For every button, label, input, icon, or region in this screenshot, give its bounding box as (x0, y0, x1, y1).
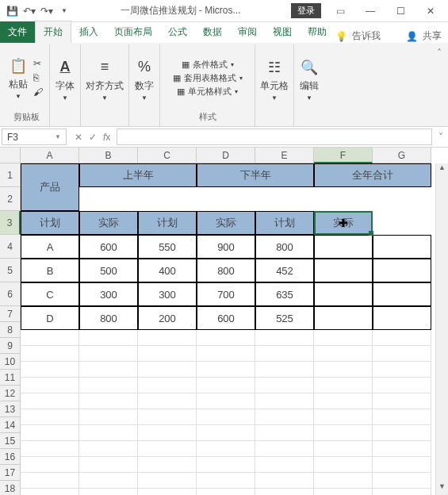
cell[interactable] (373, 259, 431, 282)
copy-icon[interactable]: ⎘ (33, 72, 44, 83)
cell[interactable] (79, 425, 138, 441)
row-header-2[interactable]: 2 (0, 187, 21, 211)
cell[interactable]: 800 (255, 235, 314, 259)
cell[interactable]: 550 (138, 235, 197, 259)
row-header-13[interactable]: 13 (0, 401, 21, 417)
cell[interactable] (314, 362, 373, 378)
redo-icon[interactable]: ↷▾ (41, 6, 52, 17)
cell[interactable]: 全年合计 (314, 163, 431, 187)
cell[interactable] (79, 409, 138, 425)
cell[interactable] (255, 425, 314, 441)
cell[interactable] (373, 306, 431, 330)
cell[interactable] (79, 378, 138, 393)
cell[interactable] (197, 346, 255, 362)
column-header-A[interactable]: A (21, 148, 79, 163)
cell[interactable] (255, 346, 314, 362)
cell[interactable] (314, 235, 373, 259)
scroll-down-icon[interactable]: ▼ (436, 482, 448, 495)
cell[interactable] (138, 393, 197, 409)
cell[interactable] (197, 457, 255, 473)
cell[interactable] (373, 473, 431, 489)
cell[interactable] (197, 489, 255, 495)
cell[interactable] (314, 441, 373, 457)
enter-formula-icon[interactable]: ✓ (89, 132, 97, 143)
cell[interactable]: 452 (255, 259, 314, 282)
cell[interactable] (197, 409, 255, 425)
tab-review[interactable]: 审阅 (230, 21, 265, 43)
fx-icon[interactable]: fx (103, 132, 110, 143)
cell[interactable] (138, 330, 197, 346)
row-header-15[interactable]: 15 (0, 433, 21, 449)
cell[interactable]: 600 (197, 306, 255, 330)
font-button[interactable]: A 字体 ▼ (55, 57, 75, 102)
cell[interactable] (138, 378, 197, 393)
cell[interactable]: 实际 (197, 211, 255, 235)
tab-insert[interactable]: 插入 (71, 21, 106, 43)
column-header-D[interactable]: D (197, 148, 255, 163)
row-header-5[interactable]: 5 (0, 259, 21, 282)
cell[interactable] (79, 393, 138, 409)
spreadsheet-grid[interactable]: ABCDEFG 123456789101112131415161718 产品上半… (0, 148, 448, 495)
row-header-9[interactable]: 9 (0, 338, 21, 354)
tab-home[interactable]: 开始 (35, 21, 71, 43)
cell[interactable]: 200 (138, 306, 197, 330)
cell[interactable] (197, 330, 255, 346)
cells-button[interactable]: ☷ 单元格 ▼ (260, 57, 289, 102)
cell[interactable] (255, 457, 314, 473)
cell[interactable] (373, 409, 431, 425)
cell[interactable]: 计划 (138, 211, 197, 235)
cell[interactable] (255, 409, 314, 425)
cell-styles-button[interactable]: ▦单元格样式▾ (177, 86, 238, 98)
row-header-12[interactable]: 12 (0, 386, 21, 401)
number-button[interactable]: % 数字 ▼ (134, 57, 155, 102)
cell[interactable] (79, 330, 138, 346)
row-header-6[interactable]: 6 (0, 282, 21, 306)
cell[interactable] (314, 409, 373, 425)
cell[interactable]: C (21, 282, 79, 306)
maximize-icon[interactable]: ☐ (386, 2, 415, 20)
cell[interactable]: 800 (197, 259, 255, 282)
tab-data[interactable]: 数据 (195, 21, 230, 43)
qat-dropdown-icon[interactable]: ▼ (59, 6, 70, 17)
cell[interactable]: 计划 (21, 211, 79, 235)
name-box[interactable]: F3 ▼ (2, 129, 67, 145)
cell[interactable] (138, 473, 197, 489)
format-painter-icon[interactable]: 🖌 (33, 86, 44, 98)
row-header-16[interactable]: 16 (0, 449, 21, 465)
cell[interactable] (79, 441, 138, 457)
minimize-icon[interactable]: — (356, 2, 385, 20)
cell[interactable]: 635 (255, 282, 314, 306)
cell[interactable]: 500 (79, 259, 138, 282)
cell[interactable]: 实际 (314, 211, 373, 235)
cell[interactable]: 300 (138, 282, 197, 306)
cell[interactable] (373, 425, 431, 441)
cell[interactable] (197, 393, 255, 409)
collapse-ribbon-icon[interactable]: ˄ (434, 44, 445, 126)
cell[interactable] (79, 346, 138, 362)
cell[interactable] (373, 441, 431, 457)
column-header-G[interactable]: G (373, 148, 431, 163)
cell[interactable] (21, 346, 79, 362)
tab-view[interactable]: 视图 (265, 21, 300, 43)
cell[interactable]: 800 (79, 306, 138, 330)
row-header-14[interactable]: 14 (0, 417, 21, 433)
cell[interactable] (197, 378, 255, 393)
cell[interactable] (373, 330, 431, 346)
cell[interactable] (255, 441, 314, 457)
cell[interactable]: 下半年 (197, 163, 314, 187)
cell[interactable] (373, 393, 431, 409)
cell[interactable] (255, 473, 314, 489)
column-header-C[interactable]: C (138, 148, 197, 163)
row-header-7[interactable]: 7 (0, 306, 21, 322)
cell[interactable] (21, 441, 79, 457)
cell[interactable] (314, 306, 373, 330)
row-header-4[interactable]: 4 (0, 235, 21, 259)
row-header-8[interactable]: 8 (0, 322, 21, 338)
vertical-scrollbar[interactable]: ▲ ▼ (435, 163, 448, 495)
cut-icon[interactable]: ✂ (33, 58, 44, 69)
share-text[interactable]: 共享 (423, 29, 442, 43)
tell-me-icon[interactable]: 💡 (335, 31, 347, 42)
cell[interactable] (21, 425, 79, 441)
cell[interactable]: 300 (79, 282, 138, 306)
save-icon[interactable]: 💾 (6, 6, 17, 17)
